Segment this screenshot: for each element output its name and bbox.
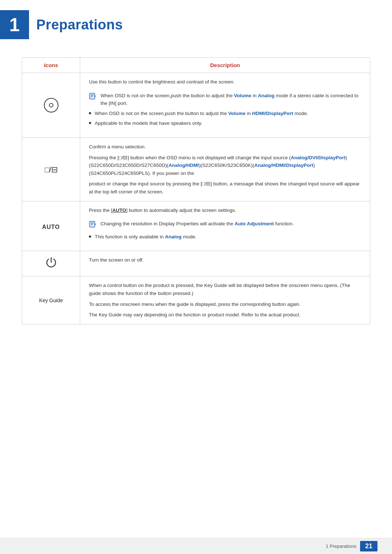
- description-block: When a control button on the product is …: [89, 282, 361, 319]
- description-cell-keyguide: When a control button on the product is …: [80, 276, 370, 324]
- table-row: Turn the screen on or off.: [22, 251, 370, 276]
- bullet-item: Applicable to the models that have speak…: [89, 119, 361, 127]
- note-icon: [89, 92, 97, 103]
- highlight-volume: Volume: [234, 93, 252, 98]
- desc-para: To access the onscreen menu when the gui…: [89, 300, 361, 308]
- description-cell-power: Turn the screen on or off.: [80, 251, 370, 276]
- icon-cell-power: [22, 251, 80, 276]
- table-row: Use this button to control the brightnes…: [22, 73, 370, 138]
- bullet-item: This function is only available in Analo…: [89, 233, 361, 241]
- description-cell-monitor: Confirm a menu selection. Pressing the […: [80, 138, 370, 201]
- desc-para: The Key Guide may vary depending on the …: [89, 311, 361, 319]
- icon-cell-target: [22, 73, 80, 138]
- bullet-dot-icon: [89, 112, 91, 114]
- auto-icon: AUTO: [42, 224, 60, 230]
- monitor-dvi-icon: □/⊟: [45, 165, 57, 174]
- highlight: Analog/HDMI/DisplayPort: [254, 163, 313, 168]
- bullet-item: Changing the resolution in Display Prope…: [89, 220, 361, 231]
- table-row: Key Guide When a control button on the p…: [22, 276, 370, 324]
- bullet-text: This function is only available in Analo…: [95, 233, 197, 241]
- icon-cell-keyguide: Key Guide: [22, 276, 80, 324]
- bullet-list: When OSD is not on the screen,push the b…: [89, 92, 361, 130]
- desc-intro: Press the [AUTO] button to automatically…: [89, 206, 361, 214]
- highlight-analog2: Analog: [165, 234, 182, 239]
- icon-cell-auto: AUTO: [22, 201, 80, 251]
- highlight: Analog/HDMI: [168, 163, 199, 168]
- page-title: Preparations: [36, 17, 123, 33]
- desc-para: product or change the input source by pr…: [89, 180, 361, 196]
- highlight-hdmi: HDMI/DisplayPort: [252, 111, 293, 116]
- chapter-number-block: 1: [0, 10, 29, 39]
- col-header-icons: Icons: [22, 58, 80, 73]
- power-icon: [45, 259, 57, 271]
- table-row: □/⊟ Confirm a menu selection. Pressing t…: [22, 138, 370, 201]
- bullet-text: When OSD is not on the screen,push the b…: [95, 110, 308, 118]
- desc-intro: Confirm a menu selection.: [89, 143, 361, 151]
- desc-simple: Turn the screen on or off.: [89, 256, 361, 264]
- target-inner-icon: [49, 103, 53, 107]
- main-content: Icons Description Use this button to con…: [0, 57, 392, 324]
- target-icon: [44, 98, 58, 112]
- description-cell-target: Use this button to control the brightnes…: [80, 73, 370, 138]
- desc-intro: Use this button to control the brightnes…: [89, 78, 361, 86]
- description-cell-auto: Press the [AUTO] button to automatically…: [80, 201, 370, 251]
- keyguide-label: Key Guide: [39, 297, 63, 303]
- desc-para: Pressing the [□/⊟] button when the OSD m…: [89, 154, 361, 177]
- col-header-description: Description: [80, 58, 370, 73]
- description-block: Press the [AUTO] button to automatically…: [89, 206, 361, 246]
- page-header: 1 Preparations: [0, 0, 392, 46]
- bullet-text: Applicable to the models that have speak…: [95, 119, 202, 127]
- description-block: Use this button to control the brightnes…: [89, 78, 361, 132]
- bullet-text: When OSD is not on the screen,push the b…: [101, 92, 361, 107]
- icons-table: Icons Description Use this button to con…: [22, 57, 370, 324]
- highlight-auto-adj: Auto Adjustment: [234, 221, 274, 226]
- bullet-dot-icon: [89, 235, 91, 238]
- footer-text: 1 Preparations: [326, 543, 356, 549]
- description-block: Confirm a menu selection. Pressing the […: [89, 143, 361, 196]
- bullet-item: When OSD is not on the screen,push the b…: [89, 110, 361, 118]
- page-number: 21: [360, 541, 377, 551]
- highlight-analog: Analog: [258, 93, 275, 98]
- table-row: AUTO Press the [AUTO] button to automati…: [22, 201, 370, 251]
- auto-bold: AUTO: [113, 208, 126, 213]
- bullet-item: When OSD is not on the screen,push the b…: [89, 92, 361, 107]
- svg-rect-4: [90, 221, 95, 227]
- note-icon: [89, 220, 97, 231]
- highlight-volume2: Volume: [228, 111, 246, 116]
- bullet-dot-icon: [89, 122, 91, 124]
- desc-para: When a control button on the product is …: [89, 282, 361, 297]
- bullet-text: Changing the resolution in Display Prope…: [101, 220, 294, 228]
- svg-rect-0: [90, 93, 95, 99]
- chapter-number: 1: [9, 15, 20, 34]
- bullet-list: Changing the resolution in Display Prope…: [89, 220, 361, 243]
- highlight: Analog/DVI/DisplayPort: [291, 155, 346, 160]
- icon-cell-monitor: □/⊟: [22, 138, 80, 201]
- page-footer: 1 Preparations 21: [0, 538, 392, 554]
